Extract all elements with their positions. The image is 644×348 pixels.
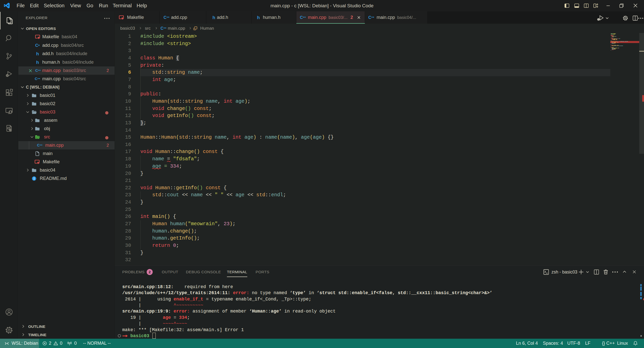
svg-text:h: h <box>36 51 39 56</box>
svg-text:h: h <box>213 15 215 20</box>
svg-text:C: C <box>300 15 303 20</box>
svg-text:C: C <box>35 76 37 81</box>
svg-text:h: h <box>36 60 39 65</box>
svg-text:C: C <box>35 68 38 72</box>
svg-text:C: C <box>37 143 40 147</box>
svg-text:C: C <box>164 15 167 20</box>
svg-text:h: h <box>257 15 260 20</box>
svg-text:C: C <box>35 43 38 48</box>
svg-text:</>: </> <box>36 137 40 139</box>
svg-text:C: C <box>368 15 371 20</box>
svg-text:C++: C++ <box>8 127 11 129</box>
svg-text:C: C <box>160 26 164 30</box>
